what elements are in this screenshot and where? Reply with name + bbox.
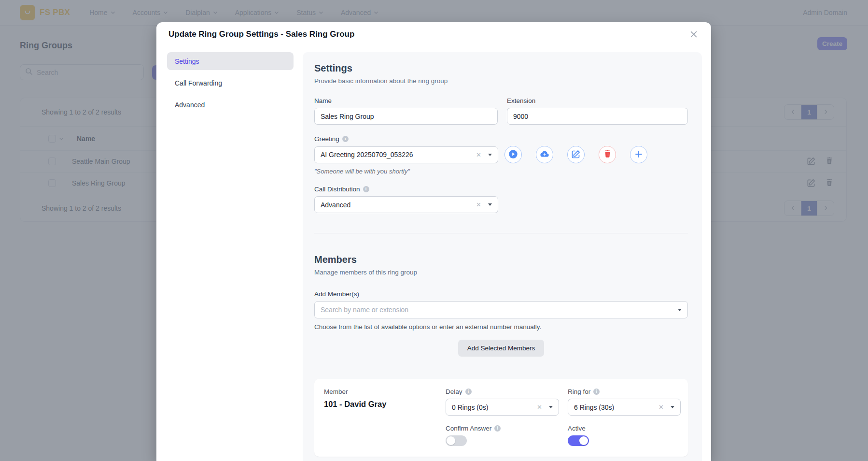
info-icon: [342, 136, 349, 142]
trash-icon: [603, 149, 612, 160]
add-members-label: Add Member(s): [314, 290, 688, 298]
member-card: Member 101 - David Gray Delay 0 Rings (0…: [314, 379, 688, 457]
tab-settings[interactable]: Settings: [167, 52, 294, 70]
info-icon: [494, 425, 501, 432]
plus-icon: [634, 149, 644, 160]
clear-icon[interactable]: ✕: [658, 403, 664, 411]
settings-panel: Settings Provide basic information about…: [303, 52, 702, 461]
settings-heading: Settings: [314, 63, 688, 74]
ring-for-select[interactable]: 6 Rings (30s) ✕: [568, 399, 681, 416]
name-input[interactable]: [314, 108, 498, 125]
members-subheading: Manage members of this ring group: [314, 269, 688, 276]
member-name: 101 - David Gray: [324, 400, 446, 409]
confirm-answer-toggle[interactable]: [446, 435, 467, 446]
name-field-group: Name: [314, 97, 498, 125]
info-icon: [363, 186, 369, 192]
modal-title: Update Ring Group Settings - Sales Ring …: [168, 29, 354, 39]
active-toggle[interactable]: [568, 435, 589, 446]
cloud-download-icon: [539, 149, 550, 161]
call-distribution-label: Call Distribution: [314, 186, 360, 193]
caret-down-icon[interactable]: [549, 406, 553, 408]
ring-for-label-row: Ring for: [568, 388, 681, 395]
ring-for-column: Ring for 6 Rings (30s) ✕ Active: [568, 388, 681, 446]
section-divider: [314, 233, 688, 233]
greeting-label-row: Greeting: [314, 135, 688, 143]
info-icon: [465, 389, 472, 395]
extension-input[interactable]: [507, 108, 688, 125]
clear-icon[interactable]: ✕: [537, 403, 542, 411]
download-greeting-button[interactable]: [536, 146, 553, 163]
confirm-answer-label-row: Confirm Answer: [446, 425, 568, 432]
info-icon: [593, 389, 600, 395]
delay-column: Delay 0 Rings (0s) ✕ Confirm Answer: [446, 388, 568, 446]
settings-subheading: Provide basic information about the ring…: [314, 77, 688, 85]
add-greeting-button[interactable]: [630, 146, 647, 163]
edit-icon: [571, 149, 581, 160]
update-ring-group-modal: Update Ring Group Settings - Sales Ring …: [156, 22, 711, 461]
caret-down-icon[interactable]: [488, 203, 492, 206]
extension-field-group: Extension: [507, 97, 688, 125]
greeting-quote: "Someone will be with you shortly": [314, 168, 688, 175]
greeting-label: Greeting: [314, 135, 339, 143]
delete-greeting-button[interactable]: [599, 146, 616, 163]
ring-for-label: Ring for: [568, 388, 590, 395]
delay-label: Delay: [446, 388, 462, 395]
members-helper-text: Choose from the list of available option…: [314, 323, 688, 331]
add-selected-members-button[interactable]: Add Selected Members: [458, 340, 544, 357]
greeting-select[interactable]: AI Greeting 20250709_053226 ✕: [314, 146, 498, 163]
caret-down-icon[interactable]: [678, 309, 682, 311]
edit-greeting-button[interactable]: [567, 146, 585, 163]
delay-label-row: Delay: [446, 388, 568, 395]
add-members-select[interactable]: Search by name or extension: [314, 301, 688, 318]
tab-call-forwarding[interactable]: Call Forwarding: [167, 74, 294, 92]
extension-label: Extension: [507, 97, 688, 104]
caret-down-icon[interactable]: [671, 406, 674, 408]
call-distribution-select[interactable]: Advanced ✕: [314, 196, 498, 213]
member-info: Member 101 - David Gray: [324, 388, 446, 446]
modal-sidebar: Settings Call Forwarding Advanced: [167, 52, 294, 114]
confirm-answer-label: Confirm Answer: [446, 425, 491, 432]
clear-icon[interactable]: ✕: [476, 201, 481, 208]
delay-select[interactable]: 0 Rings (0s) ✕: [446, 399, 559, 416]
play-greeting-button[interactable]: [504, 146, 522, 163]
tab-advanced[interactable]: Advanced: [167, 96, 294, 114]
clear-icon[interactable]: ✕: [476, 151, 481, 158]
caret-down-icon[interactable]: [488, 154, 492, 156]
name-label: Name: [314, 97, 498, 104]
play-icon: [508, 149, 518, 161]
members-heading: Members: [314, 254, 688, 265]
close-button[interactable]: [689, 30, 699, 40]
call-distribution-label-row: Call Distribution: [314, 186, 688, 193]
member-label: Member: [324, 388, 446, 395]
active-label: Active: [568, 425, 681, 432]
close-icon: [689, 33, 698, 40]
